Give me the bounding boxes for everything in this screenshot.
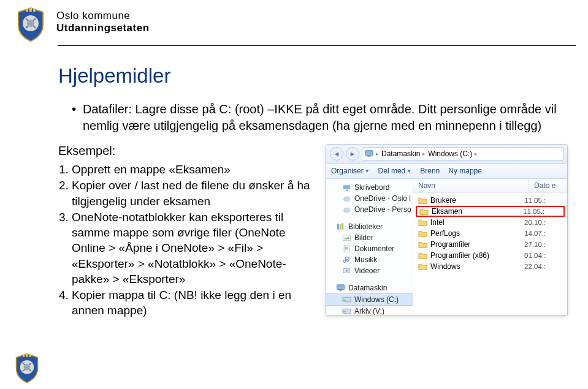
nav-bilder[interactable]: Bilder [326,232,413,243]
folder-icon [418,252,427,259]
cloud-icon [342,206,351,213]
org-name: Oslo kommune [56,10,150,22]
org-block: Oslo kommune Utdanningsetaten [56,6,150,34]
chevron-right-icon: ▸ [475,151,478,157]
file-name: Brukere [430,196,456,205]
table-row[interactable]: Programfiler (x86)01.04.: [413,250,567,261]
column-headers: Navn Dato e [413,179,567,193]
explorer-body: Skrivebord OneDrive - Oslo l OneDrive - … [326,179,567,315]
nav-onedrive-oslo[interactable]: OneDrive - Oslo l [326,193,413,204]
nav-dokumenter[interactable]: Dokumenter [326,243,413,254]
file-name: Windows [430,262,460,271]
nav-videoer[interactable]: Videoer [326,265,413,276]
example-label: Eksempel: [58,144,322,158]
folder-icon [418,197,427,204]
back-button[interactable]: ◄ [330,147,343,161]
file-date: 11.05.: [523,208,561,215]
bullet-list: • Datafiler: Lagre disse på C: (root) –I… [72,101,582,134]
file-date: 27.10.: [524,241,562,248]
file-date: 11.05.: [524,197,562,204]
desktop-icon [342,184,351,191]
list-item: Kopier over / last ned de filene du ønsk… [72,178,322,209]
file-date: 01.04.: [524,252,562,259]
oslo-crest-icon [12,6,49,43]
table-row[interactable]: Intel20.10.: [413,217,567,228]
organiser-button[interactable]: Organiser▼ [331,167,370,175]
explorer-file-list: Navn Dato e Brukere11.05.:Eksamen11.05.:… [413,179,567,315]
folder-icon [418,263,427,270]
nav-musikk[interactable]: Musikk [326,254,413,265]
breadcrumb[interactable]: ▸ Datamaskin ▸ Windows (C:) ▸ [362,147,563,161]
nav-onedrive-perso[interactable]: OneDrive - Perso [326,204,413,215]
list-item: Opprett en mappe «Eksamen» [72,162,322,177]
nav-arkiv-v[interactable]: Arkiv (V:) [326,306,413,315]
bullet-text: Datafiler: Lagre disse på C: (root) –IKK… [83,101,582,134]
chevron-right-icon: ▸ [376,151,379,157]
file-explorer: ◄ ► ▸ Datamaskin ▸ Windows (C:) ▸ Organi… [326,144,568,315]
disk-icon [342,296,351,303]
file-name: Programfiler (x86) [430,251,489,260]
file-date: 14.07.: [524,230,562,237]
example-section: Eksempel: Opprett en mappe «Eksamen» Kop… [58,144,582,319]
folder-icon [418,230,427,237]
slide-content: Hjelpemidler • Datafiler: Lagre disse på… [0,46,588,319]
explorer-nav-pane: Skrivebord OneDrive - Oslo l OneDrive - … [326,179,413,315]
table-row[interactable]: Eksamen11.05.: [416,206,565,217]
table-row[interactable]: PerfLogs14.07.: [413,228,567,239]
list-item: Kopier mappa til C: (NB! ikke legg den i… [72,287,322,319]
forward-button[interactable]: ► [346,147,359,161]
file-name: Eksamen [432,207,462,216]
folder-icon [418,241,427,248]
file-name: PerfLogs [430,229,460,238]
explorer-address-bar: ◄ ► ▸ Datamaskin ▸ Windows (C:) ▸ [326,145,567,164]
music-icon [342,256,351,263]
library-icon [336,222,345,231]
pictures-icon [342,234,351,241]
file-name: Programfiler [430,240,470,249]
chevron-right-icon: ▸ [422,151,426,157]
chevron-down-icon: ▼ [407,168,411,174]
footer-crest-icon [11,352,43,384]
page-header: Oslo kommune Utdanningsetaten [0,0,588,43]
computer-icon [365,149,373,158]
nymappe-button[interactable]: Ny mappe [448,167,482,175]
file-name: Intel [430,218,445,227]
nav-biblioteker[interactable]: Biblioteker [326,221,413,232]
slide-title: Hjelpemidler [58,64,582,88]
nav-windows-c[interactable]: Windows (C:) [326,293,413,306]
documents-icon [342,245,351,252]
col-navn[interactable]: Navn [413,179,529,192]
file-date: 20.10.: [524,219,562,226]
breadcrumb-part[interactable]: Datamaskin [381,149,420,158]
brenn-button[interactable]: Brenn [420,167,440,175]
breadcrumb-part[interactable]: Windows (C:) [428,149,472,158]
computer-icon [336,284,345,292]
folder-icon [419,208,429,215]
video-icon [342,267,351,274]
nav-datamaskin[interactable]: Datamaskin [326,282,413,293]
file-date: 22.04.: [524,263,562,270]
chevron-down-icon: ▼ [365,168,370,174]
nav-skrivebord[interactable]: Skrivebord [326,182,413,193]
bullet-dot: • [72,101,83,134]
cloud-icon [342,195,351,202]
disk-icon [342,308,351,315]
explorer-toolbar: Organiser▼ Del med▼ Brenn Ny mappe [326,164,567,179]
folder-icon [418,219,427,226]
col-dato[interactable]: Dato e [529,179,567,192]
numbered-list: Opprett en mappe «Eksamen» Kopier over /… [72,162,322,319]
delmed-button[interactable]: Del med▼ [378,167,412,175]
list-item: OneNote-notatblokker kan eksporteres til… [72,210,322,287]
table-row[interactable]: Windows22.04.: [413,261,567,272]
table-row[interactable]: Programfiler27.10.: [413,239,567,250]
table-row[interactable]: Brukere11.05.: [413,195,567,206]
dept-name: Utdanningsetaten [56,22,150,34]
